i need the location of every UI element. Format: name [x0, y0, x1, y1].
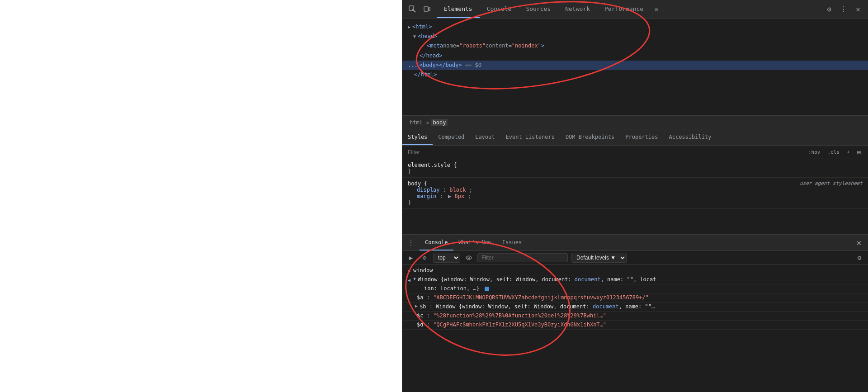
window-document-link[interactable]: document: [575, 276, 601, 283]
style-rule-close-body: }: [408, 199, 863, 206]
styles-filter-input[interactable]: [408, 149, 807, 156]
tab-elements[interactable]: Elements: [437, 0, 480, 18]
console-line-dollar-b: ▶ $b : Window {window: Window, self: Win…: [402, 302, 868, 312]
window-icon-square: [485, 287, 489, 291]
add-rule-button[interactable]: +: [845, 149, 852, 156]
console-eye-button[interactable]: [464, 253, 474, 263]
style-rule-body: body { user agent stylesheet display : b…: [402, 178, 868, 209]
console-window-text: window: [413, 267, 863, 274]
tab-styles[interactable]: Styles: [402, 129, 433, 145]
console-settings-button[interactable]: ⚙: [854, 253, 864, 263]
svg-point-4: [466, 256, 472, 260]
dom-tree[interactable]: <html> <head> <meta name="robots" conten…: [402, 19, 868, 116]
console-window-obj-text: Window {window: Window, self: Window, do…: [418, 276, 863, 283]
dollar-d-text: $d : "QCgPHAFcSmhbnkPX1zFX1z2XU5qX1Ve3yB…: [417, 321, 863, 328]
tab-network[interactable]: Network: [558, 0, 597, 18]
dollar-c-text: $c : "%28function%28%29%7B%0Afunction%20…: [417, 312, 863, 319]
svg-rect-2: [424, 7, 428, 11]
console-window-obj-text2: ion: Location, …}: [424, 285, 863, 292]
window-obj-expand[interactable]: ▼: [413, 276, 416, 281]
inspect-element-button[interactable]: [406, 3, 419, 15]
tab-event-listeners[interactable]: Event Listeners: [500, 129, 560, 145]
sidebar-toggle-button[interactable]: ⊞: [855, 148, 863, 156]
devtools-panel: Elements Console Sources Network Perform…: [402, 0, 868, 392]
tab-performance[interactable]: Performance: [597, 0, 651, 18]
console-filter-input[interactable]: [477, 253, 568, 262]
expand-arrow-head[interactable]: [413, 32, 416, 41]
dollar-b-text: $b : Window {window: Window, self: Windo…: [420, 303, 863, 310]
tab-console[interactable]: Console: [480, 0, 519, 18]
devtools-main-tabs: Elements Console Sources Network Perform…: [437, 0, 819, 18]
tab-accessibility[interactable]: Accessibility: [664, 129, 717, 145]
console-tab-issues[interactable]: Issues: [497, 235, 527, 250]
tab-dom-breakpoints[interactable]: DOM Breakpoints: [560, 129, 620, 145]
console-second-toolbar: ▶ ⊘ top Default levels ▼ ⚙: [402, 251, 868, 264]
toolbar-icon-group: [402, 3, 437, 15]
close-console-button[interactable]: ✕: [854, 237, 864, 248]
dom-line-head-close[interactable]: </head>: [402, 51, 868, 61]
console-context-select[interactable]: top: [433, 253, 460, 263]
console-line-dollar-a: $a : "ABCDEFGHIJKLMNOPQRSTUVWXYZabcdefgh…: [402, 293, 868, 302]
style-rule-close-element: }: [408, 168, 863, 175]
devtools-toolbar: Elements Console Sources Network Perform…: [402, 0, 868, 19]
window-expand-arrow[interactable]: ▶: [408, 267, 410, 274]
breadcrumb-bar: html > body: [402, 116, 868, 129]
close-devtools-button[interactable]: ✕: [852, 3, 864, 15]
filter-actions: :hov .cls + ⊞: [807, 148, 863, 156]
console-line-dollar-c: $c : "%28function%28%29%7B%0Afunction%20…: [402, 312, 868, 321]
styles-filter-bar: :hov .cls + ⊞: [402, 146, 868, 159]
console-output[interactable]: ▶ window ◀ ▼ Window {window: Window, sel…: [402, 264, 868, 392]
style-rule-selector-body: body { user agent stylesheet: [408, 180, 863, 187]
dom-line-meta[interactable]: <meta name="robots" content="noindex" >: [402, 41, 868, 51]
console-line-window: ▶ window: [402, 266, 868, 275]
dom-line-body[interactable]: ... <body></body> == $0: [402, 61, 868, 70]
tab-sources[interactable]: Sources: [519, 0, 558, 18]
console-toolbar: ⋮ Console What's New Issues ✕: [402, 235, 868, 251]
cls-button[interactable]: .cls: [826, 149, 841, 156]
tab-computed[interactable]: Computed: [433, 129, 470, 145]
breadcrumb-html[interactable]: html: [408, 119, 425, 126]
breadcrumb-body[interactable]: body: [431, 119, 448, 126]
dom-line-html-close[interactable]: </html>: [402, 70, 868, 80]
console-line-dollar-d: $d : "QCgPHAFcSmhbnkPX1zFX1z2XU5qX1Ve3yB…: [402, 321, 868, 330]
settings-button[interactable]: ⚙: [823, 3, 835, 15]
customize-button[interactable]: ⋮: [837, 3, 850, 15]
expand-arrow-html[interactable]: [408, 23, 410, 31]
main-content: [0, 0, 402, 392]
style-rule-selector-element: element.style {: [408, 162, 863, 168]
style-source-body: user agent stylesheet: [800, 180, 863, 186]
styles-content[interactable]: element.style { } body { user agent styl…: [402, 159, 868, 234]
console-tab-console[interactable]: Console: [420, 235, 453, 250]
dollar-a-text: $a : "ABCDEFGHIJKLMNOPQRSTUVWXYZabcdefgh…: [417, 294, 863, 301]
dom-line-head[interactable]: <head>: [402, 32, 868, 41]
console-clear-button[interactable]: ⊘: [420, 253, 429, 263]
elements-panel: <html> <head> <meta name="robots" conten…: [402, 19, 868, 234]
dollar-b-document-link[interactable]: document: [593, 303, 619, 310]
console-line-window-expanded: ◀ ▼ Window {window: Window, self: Window…: [402, 275, 868, 284]
styles-panel-tabs: Styles Computed Layout Event Listeners D…: [402, 129, 868, 146]
style-property-display: display : block ;: [408, 187, 863, 193]
hov-button[interactable]: :hov: [807, 149, 822, 156]
svg-rect-3: [429, 8, 430, 10]
console-play-button[interactable]: ▶: [406, 253, 416, 263]
console-tabs: Console What's New Issues: [420, 235, 854, 250]
style-property-margin: margin : ▶ 8px ;: [408, 193, 863, 199]
tab-layout[interactable]: Layout: [470, 129, 500, 145]
svg-point-5: [468, 257, 470, 259]
console-tab-whats-new[interactable]: What's New: [453, 235, 497, 250]
console-panel-menu[interactable]: ⋮: [406, 238, 416, 248]
console-panel: ⋮ Console What's New Issues ✕ ▶ ⊘ top: [402, 234, 868, 392]
console-line-window-expanded-2: ion: Location, …}: [402, 284, 868, 293]
device-toggle-button[interactable]: [420, 3, 433, 15]
dollar-b-expand[interactable]: ▶: [415, 303, 418, 308]
console-level-select[interactable]: Default levels ▼: [571, 253, 627, 263]
dom-line-html[interactable]: <html>: [402, 22, 868, 32]
tab-properties[interactable]: Properties: [620, 129, 663, 145]
devtools-wrapper: Elements Console Sources Network Perform…: [402, 0, 868, 392]
more-tabs-button[interactable]: »: [651, 0, 662, 18]
toolbar-right-actions: ⚙ ⋮ ✕: [819, 3, 868, 15]
window-obj-arrow[interactable]: ◀: [408, 276, 410, 283]
style-rule-element: element.style { }: [402, 159, 868, 178]
margin-expand[interactable]: ▶: [448, 193, 451, 199]
